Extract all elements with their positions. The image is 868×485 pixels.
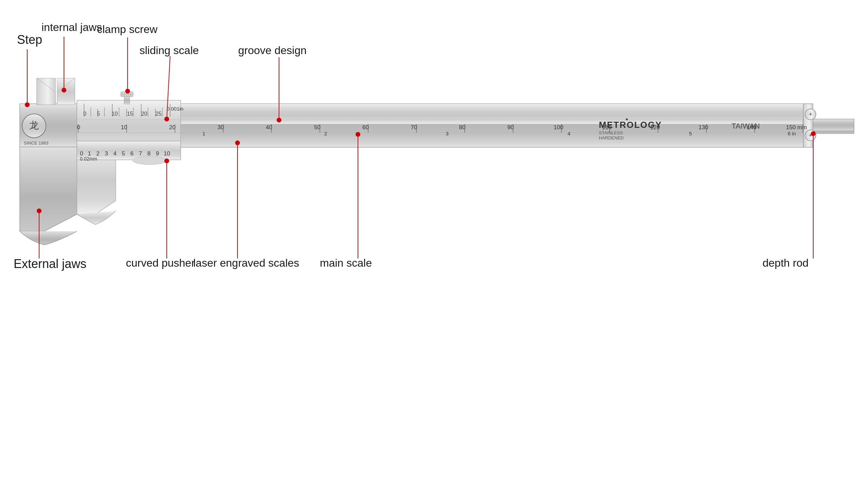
svg-point-109 [25, 102, 30, 107]
svg-point-115 [164, 117, 169, 121]
svg-text:130: 130 [699, 124, 708, 131]
svg-text:20: 20 [169, 124, 176, 131]
svg-text:5: 5 [689, 131, 692, 136]
svg-text:0: 0 [80, 150, 83, 157]
svg-text:10: 10 [164, 150, 170, 157]
svg-point-123 [235, 140, 240, 145]
groove-design-label: groove design [238, 44, 307, 57]
svg-text:1: 1 [202, 131, 205, 136]
svg-point-117 [277, 118, 281, 122]
svg-text:3: 3 [446, 131, 448, 136]
svg-marker-6 [77, 147, 116, 214]
step-label: Step [17, 33, 42, 47]
svg-text:30: 30 [217, 124, 224, 131]
svg-text:+: + [809, 132, 813, 139]
svg-text:1: 1 [88, 150, 91, 157]
svg-point-127 [811, 131, 816, 136]
svg-text:8: 8 [147, 150, 150, 157]
svg-rect-13 [803, 131, 854, 134]
svg-text:4: 4 [113, 150, 116, 157]
svg-marker-3 [57, 78, 75, 105]
svg-text:140: 140 [747, 124, 756, 131]
svg-text:100: 100 [554, 124, 563, 131]
svg-text:HARDENED: HARDENED [599, 135, 624, 140]
svg-text:80: 80 [459, 124, 465, 131]
svg-point-113 [125, 89, 130, 94]
svg-text:10: 10 [112, 111, 118, 117]
svg-point-121 [164, 158, 169, 163]
svg-text:2: 2 [96, 150, 99, 157]
svg-text:0.02mm: 0.02mm [80, 156, 97, 162]
internal-jaws-label: internal jaws [42, 21, 102, 34]
svg-text:TAIWAN: TAIWAN [732, 122, 760, 130]
svg-rect-92 [121, 92, 133, 97]
svg-text:90: 90 [507, 124, 514, 131]
svg-text:9: 9 [156, 150, 159, 157]
svg-text:10: 10 [121, 124, 127, 131]
svg-text:7: 7 [139, 150, 142, 157]
svg-rect-10 [77, 141, 181, 160]
svg-text:STAINLESS: STAINLESS [599, 130, 623, 135]
svg-text:50: 50 [314, 124, 321, 131]
svg-text:●: ● [625, 116, 628, 122]
svg-text:110: 110 [602, 124, 611, 131]
svg-point-119 [37, 208, 42, 213]
svg-text:5: 5 [97, 111, 100, 117]
svg-text:0.001in: 0.001in [167, 106, 183, 112]
laser-engraved-scales-label: laser engraved scales [193, 257, 299, 269]
svg-point-11 [133, 156, 167, 165]
svg-marker-5 [20, 147, 77, 231]
depth-rod-label: depth rod [763, 257, 808, 269]
svg-text:4: 4 [568, 131, 570, 136]
svg-text:120: 120 [650, 124, 660, 131]
svg-rect-93 [124, 97, 130, 104]
svg-rect-7 [77, 104, 803, 147]
svg-text:60: 60 [362, 124, 369, 131]
svg-text:SINCE 1983: SINCE 1983 [24, 140, 48, 146]
svg-rect-9 [77, 100, 181, 153]
svg-text:6: 6 [130, 150, 133, 157]
sliding-scale-label: sliding scale [140, 44, 199, 57]
svg-text:70: 70 [411, 124, 417, 131]
svg-marker-2 [37, 78, 55, 105]
svg-rect-0 [20, 104, 77, 147]
main-scale-label: main scale [320, 257, 372, 269]
svg-rect-8 [77, 104, 803, 124]
svg-marker-1 [37, 78, 55, 105]
svg-text:6 in: 6 in [788, 131, 796, 136]
svg-text:0: 0 [83, 111, 86, 117]
svg-text:20: 20 [141, 111, 147, 117]
svg-text:+: + [809, 111, 813, 118]
svg-rect-12 [803, 119, 854, 131]
external-jaws-label: External jaws [14, 257, 86, 271]
svg-point-17 [805, 130, 816, 141]
svg-text:0: 0 [77, 124, 80, 131]
svg-marker-4 [57, 78, 75, 105]
svg-text:40: 40 [266, 124, 272, 131]
svg-text:2: 2 [324, 131, 327, 136]
svg-point-99 [22, 114, 46, 138]
clamp-screw-label: clamp screw [97, 23, 158, 36]
svg-line-114 [167, 56, 170, 119]
curved-pusher-label: curved pusher [126, 257, 195, 269]
svg-point-111 [62, 88, 66, 93]
svg-rect-14 [803, 104, 813, 147]
svg-text:龙: 龙 [29, 120, 39, 131]
svg-text:15: 15 [127, 111, 133, 117]
svg-text:25: 25 [155, 111, 162, 117]
svg-point-15 [805, 109, 816, 120]
svg-text:METROLOGY: METROLOGY [599, 120, 662, 130]
svg-text:150 mm: 150 mm [786, 124, 807, 131]
svg-text:3: 3 [105, 150, 108, 157]
svg-text:5: 5 [122, 150, 125, 157]
svg-point-125 [356, 132, 360, 137]
